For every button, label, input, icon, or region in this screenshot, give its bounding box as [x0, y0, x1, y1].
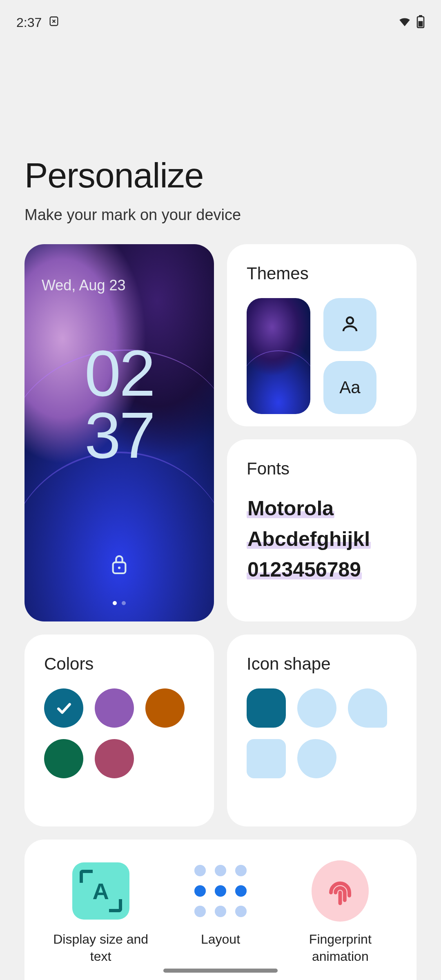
status-time: 2:37	[16, 15, 42, 30]
page-subtitle: Make your mark on your device	[24, 206, 416, 224]
colors-card[interactable]: Colors	[24, 635, 214, 826]
icon-shape-grid	[247, 688, 397, 778]
header: Personalize Make your mark on your devic…	[0, 37, 441, 224]
color-swatch[interactable]	[44, 739, 83, 778]
person-icon	[340, 314, 360, 335]
status-right	[398, 15, 425, 30]
fingerprint-label: Fingerprint animation	[287, 931, 393, 965]
icon-shape-circle[interactable]	[297, 688, 336, 728]
wallpaper-clock: 02 37	[24, 342, 214, 466]
status-left: 2:37	[16, 15, 60, 30]
fonts-line-1: Motorola	[247, 497, 334, 520]
theme-font-chip[interactable]: Aa	[323, 361, 376, 414]
icon-shape-rounded-square[interactable]	[247, 739, 286, 778]
theme-wallpaper-thumb[interactable]	[247, 298, 310, 414]
wallpaper-preview-card[interactable]: Wed, Aug 23 02 37	[24, 244, 214, 621]
layout-icon	[192, 862, 249, 920]
fonts-line-3: 0123456789	[247, 558, 362, 581]
fingerprint-item[interactable]: Fingerprint animation	[287, 862, 393, 965]
fonts-sample: Motorola Abcdefghijkl 0123456789	[247, 493, 397, 585]
icon-shape-teardrop[interactable]	[348, 688, 387, 728]
theme-side-chips: Aa	[323, 298, 376, 414]
status-bar: 2:37	[0, 0, 441, 37]
color-swatch[interactable]	[95, 688, 134, 728]
battery-icon	[416, 15, 425, 30]
themes-row: Aa	[247, 298, 397, 414]
wallpaper-clock-minute: 37	[24, 404, 214, 466]
display-size-icon: A	[72, 862, 129, 920]
fonts-card[interactable]: Fonts Motorola Abcdefghijkl 0123456789	[227, 439, 416, 621]
fonts-line-2: Abcdefghijkl	[247, 528, 371, 550]
color-swatch[interactable]	[145, 688, 185, 728]
battery-saver-icon	[48, 15, 60, 30]
theme-avatar-chip[interactable]	[323, 298, 376, 351]
display-size-label: Display size and text	[48, 931, 154, 965]
icon-shape-title: Icon shape	[247, 654, 397, 674]
gesture-bar[interactable]	[163, 969, 278, 973]
layout-item[interactable]: Layout	[167, 862, 274, 965]
lock-icon	[110, 553, 129, 577]
svg-point-6	[347, 317, 353, 324]
fingerprint-icon	[312, 862, 369, 920]
svg-point-5	[118, 567, 120, 569]
page-title: Personalize	[24, 155, 416, 196]
page-dot	[122, 601, 126, 605]
personalize-grid: Wed, Aug 23 02 37 Themes	[0, 224, 441, 826]
icon-shape-squircle[interactable]	[247, 688, 286, 728]
bottom-options-card: A Display size and text Layout	[24, 840, 416, 980]
wallpaper-clock-hour: 02	[24, 342, 214, 404]
themes-title: Themes	[247, 264, 397, 283]
aa-icon: Aa	[339, 378, 360, 397]
icon-shape-card[interactable]: Icon shape	[227, 635, 416, 826]
themes-card[interactable]: Themes Aa	[227, 244, 416, 426]
layout-label: Layout	[201, 931, 240, 948]
color-swatch[interactable]	[95, 739, 134, 778]
fonts-title: Fonts	[247, 459, 397, 479]
display-size-item[interactable]: A Display size and text	[48, 862, 154, 965]
color-swatch-grid	[44, 688, 194, 778]
svg-rect-3	[419, 21, 423, 27]
wallpaper-page-dots	[113, 601, 126, 605]
icon-shape-pebble[interactable]	[297, 739, 336, 778]
page-dot-active	[113, 601, 117, 605]
wifi-icon	[398, 15, 412, 30]
color-swatch[interactable]	[44, 688, 83, 728]
wallpaper-date: Wed, Aug 23	[42, 277, 126, 294]
colors-title: Colors	[44, 654, 194, 674]
